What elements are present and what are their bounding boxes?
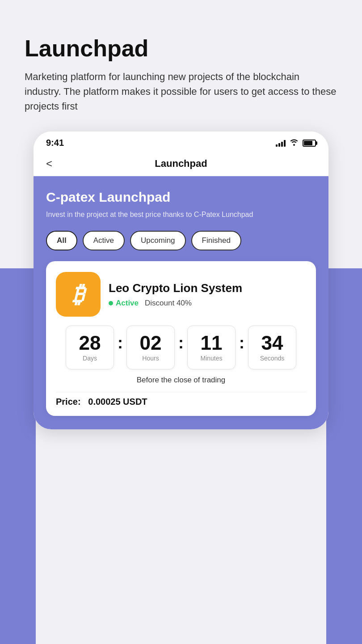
filter-tab-finished[interactable]: Finished bbox=[191, 231, 241, 250]
wifi-icon bbox=[289, 139, 299, 148]
card-status-row: Active Discount 40% bbox=[109, 299, 242, 308]
filter-tabs: All Active Upcoming Finished bbox=[46, 231, 316, 250]
status-time: 9:41 bbox=[46, 138, 64, 148]
hours-value: 02 bbox=[140, 333, 162, 353]
nav-bar: < Launchpad bbox=[34, 153, 328, 176]
countdown-hours: 02 Hours bbox=[126, 326, 175, 369]
project-name: Leo Crypto Lion System bbox=[109, 281, 242, 295]
page-description: Marketing platform for launching new pro… bbox=[25, 69, 337, 114]
bitcoin-icon: ₿ bbox=[72, 281, 84, 308]
countdown-seconds: 34 Seconds bbox=[248, 326, 296, 369]
minutes-label: Minutes bbox=[200, 355, 222, 362]
price-value: 0.00025 USDT bbox=[88, 397, 147, 407]
days-label: Days bbox=[83, 355, 97, 362]
countdown-minutes: 11 Minutes bbox=[187, 326, 236, 369]
bg-purple-right bbox=[326, 268, 362, 644]
status-bar: 9:41 bbox=[34, 131, 328, 153]
card-header: ₿ Leo Crypto Lion System Active Discount… bbox=[56, 272, 306, 317]
project-logo: ₿ bbox=[56, 272, 101, 317]
battery-icon bbox=[303, 140, 316, 147]
price-label-text: Price: bbox=[56, 397, 81, 407]
phone-mockup: 9:41 < Launchpad C-patex Launchpad In bbox=[34, 131, 328, 429]
nav-title: Launchpad bbox=[155, 158, 207, 169]
filter-tab-active[interactable]: Active bbox=[83, 231, 125, 250]
section-subtitle: Invest in the project at the best price … bbox=[46, 209, 316, 220]
project-card: ₿ Leo Crypto Lion System Active Discount… bbox=[46, 261, 316, 416]
minutes-value: 11 bbox=[201, 333, 223, 353]
status-badge: Active bbox=[109, 299, 139, 308]
separator-2: : bbox=[178, 334, 184, 352]
countdown-days: 28 Days bbox=[66, 326, 114, 369]
card-info: Leo Crypto Lion System Active Discount 4… bbox=[109, 281, 242, 308]
countdown-row: 28 Days : 02 Hours : 11 Minutes : 34 Sec… bbox=[56, 326, 306, 369]
filter-tab-all[interactable]: All bbox=[46, 231, 77, 250]
price-row: Price: 0.00025 USDT bbox=[56, 392, 306, 407]
days-value: 28 bbox=[79, 333, 101, 353]
status-dot bbox=[109, 301, 113, 305]
price-label: Price: 0.00025 USDT bbox=[56, 397, 147, 407]
discount-badge: Discount 40% bbox=[145, 299, 192, 308]
section-title: C-patex Launchpad bbox=[46, 190, 316, 205]
seconds-label: Seconds bbox=[260, 355, 284, 362]
bg-purple-left bbox=[0, 268, 36, 644]
signal-icon bbox=[276, 140, 286, 147]
hours-label: Hours bbox=[142, 355, 159, 362]
filter-tab-upcoming[interactable]: Upcoming bbox=[130, 231, 186, 250]
separator-1: : bbox=[118, 334, 123, 352]
separator-3: : bbox=[239, 334, 244, 352]
page-title: Launchpad bbox=[25, 36, 337, 61]
countdown-caption: Before the close of trading bbox=[56, 376, 306, 385]
content-area: C-patex Launchpad Invest in the project … bbox=[34, 176, 328, 429]
page-header: Launchpad Marketing platform for launchi… bbox=[0, 0, 362, 131]
status-label: Active bbox=[116, 299, 139, 308]
back-button[interactable]: < bbox=[46, 157, 52, 170]
status-icons bbox=[276, 139, 316, 148]
seconds-value: 34 bbox=[261, 333, 283, 353]
